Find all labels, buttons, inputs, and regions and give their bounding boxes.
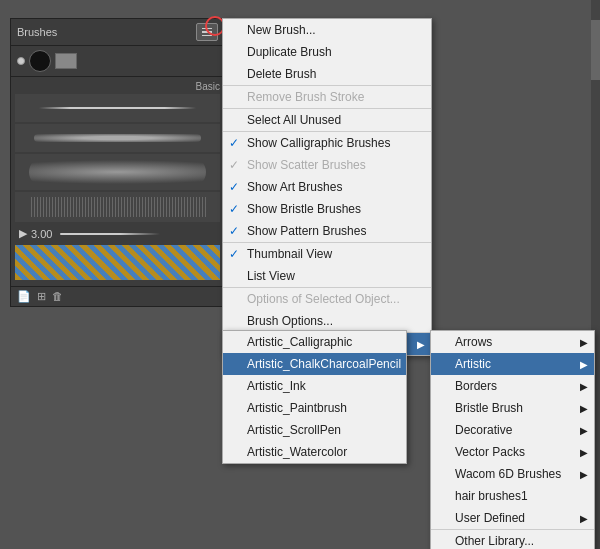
menu-label-list-view: List View <box>247 269 295 283</box>
menu-label-arrows: Arrows <box>455 335 492 349</box>
brushes-footer: 📄 ⊞ 🗑 <box>11 286 224 306</box>
menu-item-show-pattern[interactable]: ✓ Show Pattern Brushes <box>223 220 431 242</box>
check-calligraphic: ✓ <box>229 136 239 150</box>
brush-stroke-thin <box>39 107 197 109</box>
brush-square[interactable] <box>55 53 77 69</box>
new-brush-icon[interactable]: 📄 <box>17 290 31 303</box>
brush-row-1[interactable] <box>15 94 220 122</box>
menu-label-show-bristle: Show Bristle Brushes <box>247 202 361 216</box>
panel-menu-button[interactable] <box>196 23 218 41</box>
menu-item-remove-brush-stroke: Remove Brush Stroke <box>223 85 431 108</box>
brush-row-4[interactable] <box>15 192 220 222</box>
size-icon: ▶ <box>19 227 27 240</box>
check-bristle: ✓ <box>229 202 239 216</box>
submenu-arrow-user: ▶ <box>580 513 588 524</box>
menu-item-borders[interactable]: Borders ▶ <box>431 375 594 397</box>
menu-item-artistic-ink[interactable]: Artistic_Ink <box>223 375 406 397</box>
delete-icon[interactable]: 🗑 <box>52 290 63 303</box>
footer-icons: 📄 ⊞ 🗑 <box>17 290 63 303</box>
duplicate-icon[interactable]: ⊞ <box>37 290 46 303</box>
menu-item-artistic-scrollpen[interactable]: Artistic_ScrollPen <box>223 419 406 441</box>
menu-item-artistic-watercolor[interactable]: Artistic_Watercolor <box>223 441 406 463</box>
submenu-categories: Arrows ▶ Artistic ▶ Borders ▶ Bristle Br… <box>430 330 595 549</box>
brushes-content: Basic ▶ 3.00 <box>11 77 224 286</box>
brush-stroke-textured <box>29 197 206 217</box>
submenu-arrow-wacom: ▶ <box>580 469 588 480</box>
brush-dot-small[interactable] <box>17 57 25 65</box>
menu-label-new-brush: New Brush... <box>247 23 316 37</box>
menu-item-wacom[interactable]: Wacom 6D Brushes ▶ <box>431 463 594 485</box>
scrollbar-thumb[interactable] <box>591 20 600 80</box>
size-value: 3.00 <box>31 228 52 240</box>
menu-label-user-defined: User Defined <box>455 511 525 525</box>
menu-label-artistic-paintbrush: Artistic_Paintbrush <box>247 401 347 415</box>
menu-label-artistic-chalk: Artistic_ChalkCharcoalPencil <box>247 357 401 371</box>
menu-item-duplicate-brush[interactable]: Duplicate Brush <box>223 41 431 63</box>
brush-row-2[interactable] <box>15 124 220 152</box>
submenu-arrow-library: ▶ <box>417 339 425 350</box>
menu-item-hair-brushes[interactable]: hair brushes1 <box>431 485 594 507</box>
submenu-arrow-artistic: ▶ <box>580 359 588 370</box>
menu-item-options-selected: Options of Selected Object... <box>223 287 431 310</box>
menu-label-delete-brush: Delete Brush <box>247 67 316 81</box>
menu-item-show-bristle[interactable]: ✓ Show Bristle Brushes <box>223 198 431 220</box>
menu-item-bristle-brush[interactable]: Bristle Brush ▶ <box>431 397 594 419</box>
menu-label-show-calligraphic: Show Calligraphic Brushes <box>247 136 390 150</box>
menu-item-other-library[interactable]: Other Library... <box>431 529 594 549</box>
menu-item-delete-brush[interactable]: Delete Brush <box>223 63 431 85</box>
menu-item-decorative[interactable]: Decorative ▶ <box>431 419 594 441</box>
menu-item-thumbnail-view[interactable]: ✓ Thumbnail View <box>223 242 431 265</box>
menu-label-bristle-brush: Bristle Brush <box>455 401 523 415</box>
menu-item-brush-options[interactable]: Brush Options... <box>223 310 431 332</box>
brushes-toolbar <box>11 46 224 77</box>
brush-row-3[interactable] <box>15 154 220 190</box>
menu-label-show-art: Show Art Brushes <box>247 180 342 194</box>
submenu-artistic-files: Artistic_Calligraphic Artistic_ChalkChar… <box>222 330 407 464</box>
menu-item-list-view[interactable]: List View <box>223 265 431 287</box>
menu-item-new-brush[interactable]: New Brush... <box>223 19 431 41</box>
menu-label-remove-brush-stroke: Remove Brush Stroke <box>247 90 364 104</box>
menu-item-arrows[interactable]: Arrows ▶ <box>431 331 594 353</box>
menu-item-show-scatter[interactable]: ✓ Show Scatter Brushes <box>223 154 431 176</box>
menu-label-duplicate-brush: Duplicate Brush <box>247 45 332 59</box>
pattern-brush-row[interactable] <box>15 245 220 280</box>
menu-label-artistic-cat: Artistic <box>455 357 491 371</box>
menu-label-show-scatter: Show Scatter Brushes <box>247 158 366 172</box>
submenu-arrow-bristle: ▶ <box>580 403 588 414</box>
submenu-arrow-arrows: ▶ <box>580 337 588 348</box>
brush-stroke-medium <box>34 134 201 142</box>
submenu-arrow-borders: ▶ <box>580 381 588 392</box>
menu-item-artistic-paintbrush[interactable]: Artistic_Paintbrush <box>223 397 406 419</box>
check-scatter: ✓ <box>229 158 239 172</box>
submenu-arrow-decorative: ▶ <box>580 425 588 436</box>
check-thumbnail: ✓ <box>229 247 239 261</box>
menu-item-user-defined[interactable]: User Defined ▶ <box>431 507 594 529</box>
menu-label-artistic-watercolor: Artistic_Watercolor <box>247 445 347 459</box>
menu-item-show-calligraphic[interactable]: ✓ Show Calligraphic Brushes <box>223 131 431 154</box>
menu-label-hair-brushes: hair brushes1 <box>455 489 528 503</box>
check-pattern: ✓ <box>229 224 239 238</box>
menu-item-select-all-unused[interactable]: Select All Unused <box>223 108 431 131</box>
menu-item-show-art[interactable]: ✓ Show Art Brushes <box>223 176 431 198</box>
menu-label-options-selected: Options of Selected Object... <box>247 292 400 306</box>
menu-item-artistic-calligraphic[interactable]: Artistic_Calligraphic <box>223 331 406 353</box>
check-art: ✓ <box>229 180 239 194</box>
menu-item-artistic-chalk[interactable]: Artistic_ChalkCharcoalPencil <box>223 353 406 375</box>
menu-label-decorative: Decorative <box>455 423 512 437</box>
menu-label-borders: Borders <box>455 379 497 393</box>
menu-label-artistic-calligraphic: Artistic_Calligraphic <box>247 335 352 349</box>
brushes-panel: Brushes Basic ▶ 3.00 <box>10 18 225 307</box>
menu-item-artistic-cat[interactable]: Artistic ▶ <box>431 353 594 375</box>
panel-menu-icon <box>202 28 212 37</box>
menu-label-vector-packs: Vector Packs <box>455 445 525 459</box>
menu-label-artistic-scrollpen: Artistic_ScrollPen <box>247 423 341 437</box>
submenu-arrow-vector: ▶ <box>580 447 588 458</box>
menu-label-show-pattern: Show Pattern Brushes <box>247 224 366 238</box>
menu-label-brush-options: Brush Options... <box>247 314 333 328</box>
brush-circle[interactable] <box>29 50 51 72</box>
basic-label: Basic <box>15 81 220 92</box>
menu-item-vector-packs[interactable]: Vector Packs ▶ <box>431 441 594 463</box>
main-context-menu: New Brush... Duplicate Brush Delete Brus… <box>222 18 432 356</box>
brushes-title: Brushes <box>17 26 57 38</box>
menu-label-other-library: Other Library... <box>455 534 534 548</box>
